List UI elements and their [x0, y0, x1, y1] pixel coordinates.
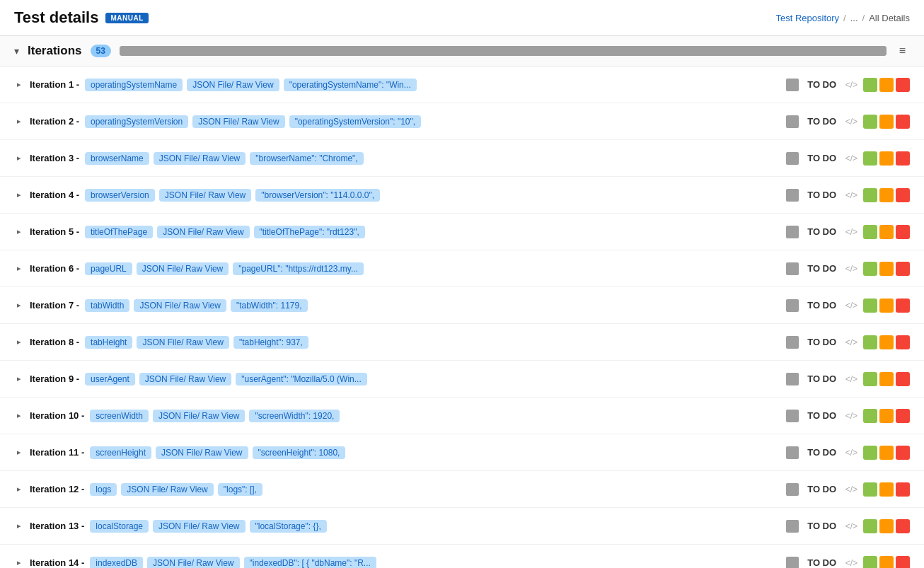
fail-button[interactable] — [896, 299, 910, 313]
status-label: TO DO — [804, 190, 840, 200]
pass-button[interactable] — [863, 519, 877, 533]
pass-button[interactable] — [863, 115, 877, 129]
expand-button[interactable]: ▸ — [14, 336, 24, 348]
expand-button[interactable]: ▸ — [14, 557, 24, 568]
collapse-icon: ▾ — [14, 45, 19, 57]
pass-button[interactable] — [863, 151, 877, 166]
filter-button[interactable]: ≡ — [895, 43, 910, 59]
tag-param: pageURL — [85, 262, 132, 275]
tag-file: JSON File/ Raw View — [153, 520, 245, 533]
status-label: TO DO — [804, 447, 840, 458]
warn-button[interactable] — [879, 335, 894, 349]
expand-button[interactable]: ▸ — [14, 262, 24, 274]
warn-button[interactable] — [879, 225, 894, 239]
fail-button[interactable] — [896, 335, 910, 349]
pass-button[interactable] — [863, 556, 877, 569]
expand-button[interactable]: ▸ — [14, 483, 24, 495]
pass-button[interactable] — [863, 188, 877, 202]
action-buttons — [863, 335, 910, 349]
expand-button[interactable]: ▸ — [14, 520, 24, 532]
warn-button[interactable] — [879, 262, 894, 276]
pass-button[interactable] — [863, 225, 877, 239]
fail-button[interactable] — [896, 151, 910, 166]
warn-button[interactable] — [879, 299, 894, 313]
iteration-tags: tabHeight JSON File/ Raw View "tabHeight… — [85, 336, 780, 349]
warn-button[interactable] — [879, 482, 894, 497]
warn-button[interactable] — [879, 409, 894, 423]
expand-button[interactable]: ▸ — [14, 226, 24, 238]
fail-button[interactable] — [896, 409, 910, 423]
pass-button[interactable] — [863, 409, 877, 423]
fail-button[interactable] — [896, 188, 910, 202]
iteration-name: Iteration 14 - — [30, 557, 84, 568]
expand-button[interactable]: ▸ — [14, 79, 24, 91]
iteration-right: TO DO </> — [786, 446, 910, 460]
pass-button[interactable] — [863, 78, 877, 92]
code-icon: </> — [845, 117, 857, 127]
fail-button[interactable] — [896, 482, 910, 497]
fail-button[interactable] — [896, 78, 910, 92]
pass-button[interactable] — [863, 372, 877, 386]
warn-button[interactable] — [879, 556, 894, 569]
iteration-row: ▸ Iteration 4 - browserVersion JSON File… — [0, 177, 924, 214]
expand-button[interactable]: ▸ — [14, 373, 24, 385]
expand-button[interactable]: ▸ — [14, 299, 24, 311]
tag-value: "tabWidth": 1179, — [231, 299, 308, 312]
action-buttons — [863, 482, 910, 497]
pass-button[interactable] — [863, 299, 877, 313]
pass-button[interactable] — [863, 335, 877, 349]
status-box — [786, 373, 799, 386]
iteration-right: TO DO </> — [786, 151, 910, 166]
pass-button[interactable] — [863, 482, 877, 497]
tag-value: "screenHeight": 1080, — [253, 446, 346, 459]
warn-button[interactable] — [879, 115, 894, 129]
fail-button[interactable] — [896, 519, 910, 533]
warn-button[interactable] — [879, 372, 894, 386]
status-label: TO DO — [804, 79, 840, 90]
code-icon: </> — [845, 374, 857, 384]
expand-button[interactable]: ▸ — [14, 115, 24, 127]
warn-button[interactable] — [879, 151, 894, 166]
warn-button[interactable] — [879, 78, 894, 92]
code-icon: </> — [845, 558, 857, 568]
status-box — [786, 557, 799, 569]
tag-param: indexedDB — [90, 557, 143, 569]
action-buttons — [863, 372, 910, 386]
pass-button[interactable] — [863, 446, 877, 460]
expand-button[interactable]: ▸ — [14, 189, 24, 201]
expand-button[interactable]: ▸ — [14, 446, 24, 458]
iteration-name: Iteration 8 - — [30, 337, 79, 347]
tag-param: screenWidth — [90, 410, 149, 422]
action-buttons — [863, 409, 910, 423]
fail-button[interactable] — [896, 372, 910, 386]
iteration-right: TO DO </> — [786, 299, 910, 313]
fail-button[interactable] — [896, 262, 910, 276]
fail-button[interactable] — [896, 556, 910, 569]
breadcrumb-current: All Details — [869, 13, 910, 23]
warn-button[interactable] — [879, 519, 894, 533]
filter-icon: ≡ — [899, 45, 906, 57]
collapse-button[interactable]: ▾ — [14, 45, 19, 57]
tag-file: JSON File/ Raw View — [153, 410, 245, 422]
status-label: TO DO — [804, 153, 840, 163]
pass-button[interactable] — [863, 262, 877, 276]
fail-button[interactable] — [896, 225, 910, 239]
fail-button[interactable] — [896, 446, 910, 460]
tag-value: "browserName": "Chrome", — [250, 152, 363, 165]
breadcrumb-repo[interactable]: Test Repository — [776, 13, 840, 23]
warn-button[interactable] — [879, 188, 894, 202]
iteration-row: ▸ Iteration 6 - pageURL JSON File/ Raw V… — [0, 250, 924, 287]
iteration-name: Iteration 2 - — [30, 116, 79, 127]
status-label: TO DO — [804, 226, 840, 237]
fail-button[interactable] — [896, 115, 910, 129]
status-box — [786, 152, 799, 165]
warn-button[interactable] — [879, 446, 894, 460]
status-box — [786, 520, 799, 533]
iteration-name: Iteration 5 - — [30, 226, 79, 237]
iteration-row: ▸ Iteration 9 - userAgent JSON File/ Raw… — [0, 361, 924, 398]
status-box — [786, 446, 799, 459]
iteration-name: Iteration 3 - — [30, 153, 79, 163]
expand-button[interactable]: ▸ — [14, 152, 24, 164]
expand-button[interactable]: ▸ — [14, 410, 24, 422]
code-icon: </> — [845, 190, 857, 200]
